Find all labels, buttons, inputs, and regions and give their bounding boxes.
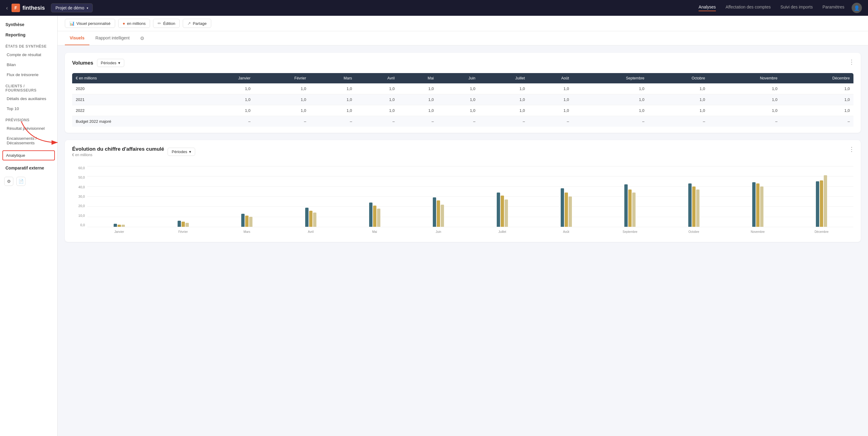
cell-value: – (437, 116, 479, 127)
cell-value: – (479, 116, 529, 127)
share-icon: ↗ (187, 21, 191, 26)
month-label: Octobre (689, 230, 700, 233)
sidebar-section-etats: États de synthèse (0, 40, 57, 50)
sidebar-item-flux[interactable]: Flux de trésorerie (0, 70, 57, 80)
cell-value: – (197, 116, 254, 127)
light-tan-bar (249, 217, 252, 227)
nav-analyses[interactable]: Analyses (699, 4, 716, 11)
dark-teal-bar (305, 208, 309, 227)
sidebar-item-encaissements[interactable]: Encaissements / Décaissements (0, 134, 57, 148)
light-tan-bar (185, 223, 189, 227)
sidebar-item-comparatif[interactable]: Comparatif externe (0, 163, 57, 173)
table-row: 20221,01,01,01,01,01,01,01,01,01,01,01,0 (72, 105, 854, 116)
gold-bar (628, 190, 631, 227)
cell-value: 1,0 (781, 83, 854, 94)
evolution-header: Évolution du chiffre d'affaires cumulé €… (72, 146, 854, 157)
light-tan-bar (568, 197, 572, 227)
col-header-juin: Juin (437, 73, 479, 83)
tab-gear-icon[interactable]: ⚙ (137, 32, 147, 44)
cell-value: 1,0 (529, 105, 572, 116)
cell-value: – (398, 116, 437, 127)
settings-icon[interactable]: ⚙ (4, 177, 13, 186)
user-avatar[interactable]: 👤 (851, 3, 862, 13)
nav-suivi[interactable]: Suivi des imports (780, 4, 813, 11)
month-label: Avril (308, 230, 314, 233)
month-group: Juillet (470, 166, 534, 227)
month-group: Septembre (598, 166, 662, 227)
col-header-label: € en millions (72, 73, 197, 83)
evolution-subtitle: € en millions (72, 153, 164, 157)
col-header-juil: Juillet (479, 73, 529, 83)
month-group: Mai (343, 166, 407, 227)
row-label: 2022 (72, 105, 197, 116)
sidebar-item-synthese[interactable]: Synthèse (0, 20, 57, 30)
edit-icon: ✏ (158, 21, 161, 26)
month-label: Décembre (815, 230, 829, 233)
month-label: Mai (372, 230, 377, 233)
gold-bar (565, 193, 568, 227)
cell-value: 1,0 (356, 83, 399, 94)
edition-button[interactable]: ✏ Édition (153, 19, 180, 28)
tab-visuels[interactable]: Visuels (65, 31, 89, 45)
cell-value: 1,0 (197, 105, 254, 116)
cell-value: 1,0 (572, 83, 648, 94)
cell-value: 1,0 (437, 83, 479, 94)
month-group: Août (534, 166, 598, 227)
col-header-fev: Février (254, 73, 310, 83)
col-header-jan: Janvier (197, 73, 254, 83)
month-group: Juin (406, 166, 470, 227)
nav-affectation[interactable]: Affectation des comptes (725, 4, 771, 11)
sidebar-item-top10[interactable]: Top 10 (0, 104, 57, 114)
volumes-title: Volumes (72, 60, 93, 66)
sidebar-item-resultat[interactable]: Résultat prévisionnel (0, 123, 57, 134)
project-selector[interactable]: Projet de démo ▾ (51, 3, 93, 12)
gold-bar (692, 186, 695, 227)
month-group: Janvier (87, 166, 151, 227)
dark-teal-bar (561, 188, 564, 227)
nav-parametres[interactable]: Paramètres (823, 4, 844, 11)
y-label-60: 60,0 (72, 166, 85, 170)
month-label: Mars (244, 230, 250, 233)
topnav: ‹ F finthesis Projet de démo ▾ Analyses … (0, 0, 868, 16)
tab-rapport[interactable]: Rapport intelligent (91, 31, 134, 45)
volumes-more-button[interactable]: ⋮ (848, 59, 855, 65)
sidebar-item-reporting[interactable]: Reporting (0, 30, 57, 40)
evolution-more-button[interactable]: ⋮ (848, 146, 855, 152)
partage-button[interactable]: ↗ Partage (183, 19, 211, 28)
back-button[interactable]: ‹ (6, 5, 8, 11)
cell-value: – (529, 116, 572, 127)
light-tan-bar (377, 209, 380, 227)
cell-value: 1,0 (529, 83, 572, 94)
volumes-period-select[interactable]: Périodes ▾ (97, 59, 124, 67)
cell-value: 1,0 (356, 105, 399, 116)
sidebar-section-previsions: Prévisions (0, 114, 57, 123)
document-icon[interactable]: 📄 (17, 177, 26, 186)
sidebar-item-bilan[interactable]: Bilan (0, 60, 57, 70)
month-label: Septembre (622, 230, 638, 233)
light-tan-bar (122, 225, 125, 227)
volumes-header: Volumes Périodes ▾ (72, 59, 854, 67)
sidebar-item-details[interactable]: Détails des auxiliaires (0, 94, 57, 104)
cell-value: 1,0 (398, 105, 437, 116)
cell-value: 1,0 (709, 94, 781, 105)
gold-bar (245, 215, 249, 227)
month-label: Janvier (114, 230, 124, 233)
project-dropdown-arrow: ▾ (87, 6, 88, 10)
month-group: Mars (215, 166, 279, 227)
light-tan-bar (505, 200, 508, 227)
chart-container: 0,0 10,0 20,0 30,0 40,0 50,0 60,0 (72, 163, 854, 236)
col-header-aout: Août (529, 73, 572, 83)
month-label: Août (563, 230, 569, 233)
dark-teal-bar (816, 181, 819, 227)
evolution-period-select[interactable]: Périodes ▾ (167, 148, 195, 156)
cell-value: 1,0 (310, 83, 355, 94)
month-label: Juin (436, 230, 441, 233)
row-label: Budget 2022 majoré (72, 116, 197, 127)
millions-label: en millions (127, 21, 146, 26)
millions-button[interactable]: ● en millions (118, 19, 150, 28)
cell-value: – (356, 116, 399, 127)
sidebar-item-compte[interactable]: Compte de résultat (0, 50, 57, 60)
cell-value: 1,0 (398, 94, 437, 105)
visuel-personnalise-button[interactable]: 📊 Visuel personnalisé (65, 19, 115, 28)
sidebar-item-analytique[interactable]: Analytique (2, 150, 55, 161)
